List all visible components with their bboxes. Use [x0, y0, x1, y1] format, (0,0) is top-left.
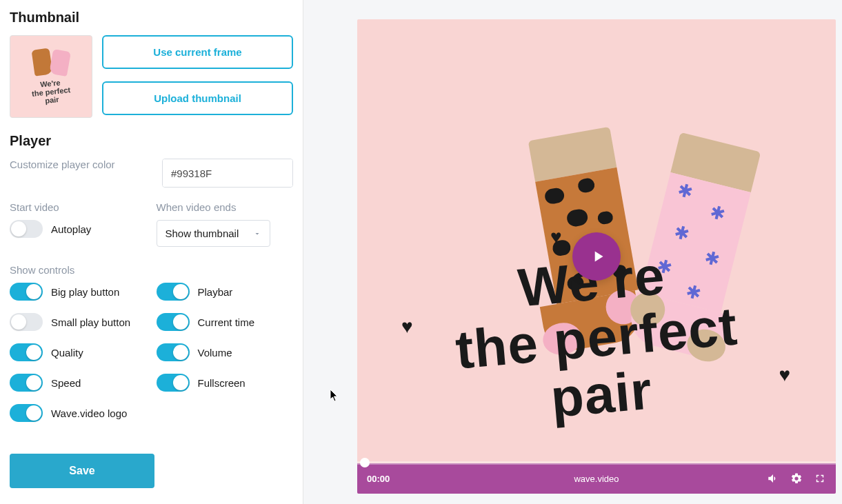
when-ends-label: When video ends: [157, 201, 294, 213]
player-color-input[interactable]: [162, 159, 293, 188]
thumbnail-row: We're the perfect pair Use current frame…: [10, 35, 293, 118]
progress-track[interactable]: [357, 461, 836, 465]
playbar-toggle[interactable]: [157, 283, 190, 301]
heart-decoration: ♥: [550, 226, 562, 248]
chevron-down-icon: [253, 230, 261, 238]
autoplay-toggle[interactable]: [10, 220, 43, 238]
playbar-label: Playbar: [198, 286, 233, 298]
current-time-label: Current time: [198, 316, 255, 328]
thumbnail-preview[interactable]: We're the perfect pair: [10, 35, 92, 118]
upload-thumbnail-button[interactable]: Upload thumbnail: [102, 81, 293, 115]
video-player[interactable]: ✱ ✱ ✱ ✱ ✱ ✱ ♥ ♥ ♥ We're the perfect pair: [357, 19, 836, 494]
autoplay-label: Autoplay: [51, 223, 91, 235]
small-play-button-toggle[interactable]: [10, 313, 43, 331]
use-current-frame-button[interactable]: Use current frame: [102, 35, 293, 69]
progress-handle[interactable]: [360, 458, 370, 467]
fullscreen-toggle[interactable]: [157, 374, 190, 392]
wave-logo-label: Wave.video logo: [51, 407, 127, 419]
save-button[interactable]: Save: [10, 454, 154, 488]
settings-sidebar: Thumbnail We're the perfect pair Use cur…: [0, 0, 303, 504]
when-ends-select[interactable]: Show thumbnail: [157, 220, 270, 247]
color-hex-field[interactable]: [163, 159, 293, 187]
player-brand-label: wave.video: [574, 474, 619, 484]
fullscreen-icon[interactable]: [814, 472, 826, 485]
wave-logo-toggle[interactable]: [10, 404, 43, 422]
thumbnail-actions: Use current frame Upload thumbnail: [102, 35, 293, 118]
volume-label: Volume: [198, 347, 232, 359]
volume-icon[interactable]: [767, 472, 779, 485]
current-time-toggle[interactable]: [157, 313, 190, 331]
big-play-button[interactable]: [572, 232, 621, 281]
quality-toggle[interactable]: [10, 343, 43, 361]
volume-toggle[interactable]: [157, 343, 190, 361]
small-play-button-label: Small play button: [51, 316, 130, 328]
gear-icon[interactable]: [790, 472, 803, 485]
big-play-button-label: Big play button: [51, 286, 119, 298]
speed-label: Speed: [51, 377, 81, 389]
show-controls-label: Show controls: [10, 264, 293, 276]
thumbnail-section-title: Thumbnail: [10, 10, 293, 26]
start-video-label: Start video: [10, 201, 147, 213]
thumbnail-socks-art: [30, 49, 72, 77]
fullscreen-label: Fullscreen: [198, 377, 245, 389]
big-play-button-toggle[interactable]: [10, 283, 43, 301]
current-time-display: 00:00: [367, 474, 390, 484]
speed-toggle[interactable]: [10, 374, 43, 392]
player-color-label: Customize player color: [10, 159, 152, 170]
player-control-bar: 00:00 wave.video: [357, 463, 836, 494]
play-icon: [589, 248, 607, 265]
preview-area: ✱ ✱ ✱ ✱ ✱ ✱ ♥ ♥ ♥ We're the perfect pair: [303, 0, 842, 504]
thumbnail-preview-text: We're the perfect pair: [30, 77, 72, 106]
quality-label: Quality: [51, 347, 83, 359]
player-section-title: Player: [10, 133, 293, 149]
when-ends-value: Show thumbnail: [166, 228, 239, 239]
